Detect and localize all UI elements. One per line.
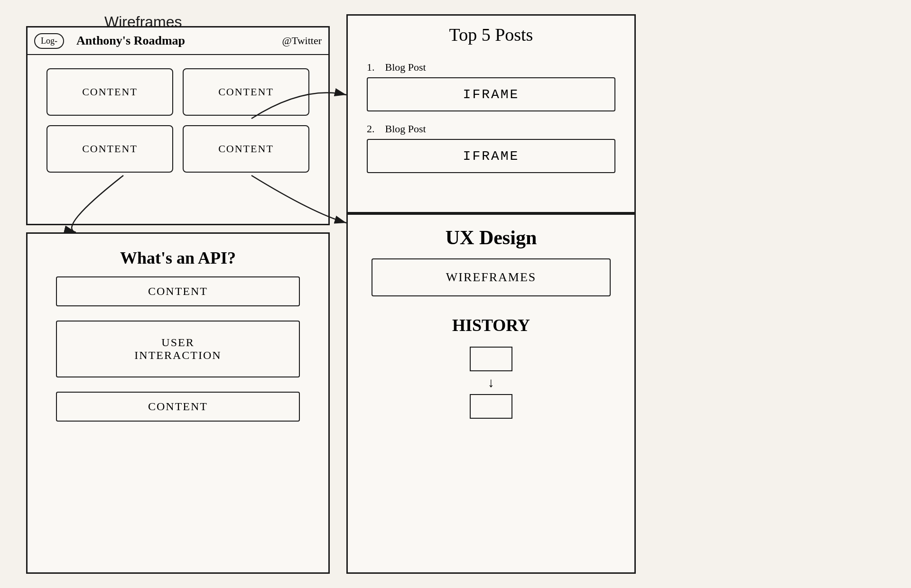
post-1-label: 1. Blog Post: [367, 61, 615, 74]
bottom-right-panel: UX Design WIREFRAMES HISTORY ↓: [346, 213, 636, 574]
iframe-box-1: IFRAME: [367, 77, 615, 111]
bottom-left-panel: What's an API? CONTENT USER INTERACTION …: [26, 232, 330, 574]
content-box-2: CONTENT: [183, 68, 309, 116]
top-left-panel: Log- Anthony's Roadmap @Twitter CONTENT …: [26, 26, 330, 225]
iframe-box-2: IFRAME: [367, 139, 615, 173]
bl-content-box-2: CONTENT: [56, 392, 300, 422]
content-box-3: CONTENT: [46, 125, 173, 173]
bl-content: CONTENT USER INTERACTION CONTENT: [28, 276, 328, 422]
top-right-panel: Top 5 Posts 1. Blog Post IFRAME 2. Blog …: [346, 14, 636, 213]
bl-title: What's an API?: [28, 234, 328, 276]
site-title: Anthony's Roadmap: [76, 34, 185, 48]
tr-content: 1. Blog Post IFRAME 2. Blog Post IFRAME: [348, 50, 634, 178]
logo-label: Log-: [34, 33, 64, 49]
bl-interaction-box: USER INTERACTION: [56, 321, 300, 377]
history-box-1: [470, 347, 512, 371]
bl-content-box: CONTENT: [56, 276, 300, 306]
tr-title: Top 5 Posts: [348, 16, 634, 50]
wireframes-box: WIREFRAMES: [372, 258, 611, 296]
br-title: UX Design: [348, 215, 634, 258]
tl-header: Log- Anthony's Roadmap @Twitter: [28, 28, 328, 55]
history-diagram: ↓: [372, 347, 611, 419]
content-box-1: CONTENT: [46, 68, 173, 116]
history-arrow: ↓: [488, 375, 494, 390]
content-box-4: CONTENT: [183, 125, 309, 173]
br-content: WIREFRAMES HISTORY ↓: [348, 258, 634, 419]
history-box-2: [470, 394, 512, 419]
content-grid: CONTENT CONTENT CONTENT CONTENT: [28, 55, 328, 186]
twitter-label: @Twitter: [282, 35, 322, 47]
post-2-label: 2. Blog Post: [367, 123, 615, 135]
history-title: HISTORY: [372, 315, 611, 335]
